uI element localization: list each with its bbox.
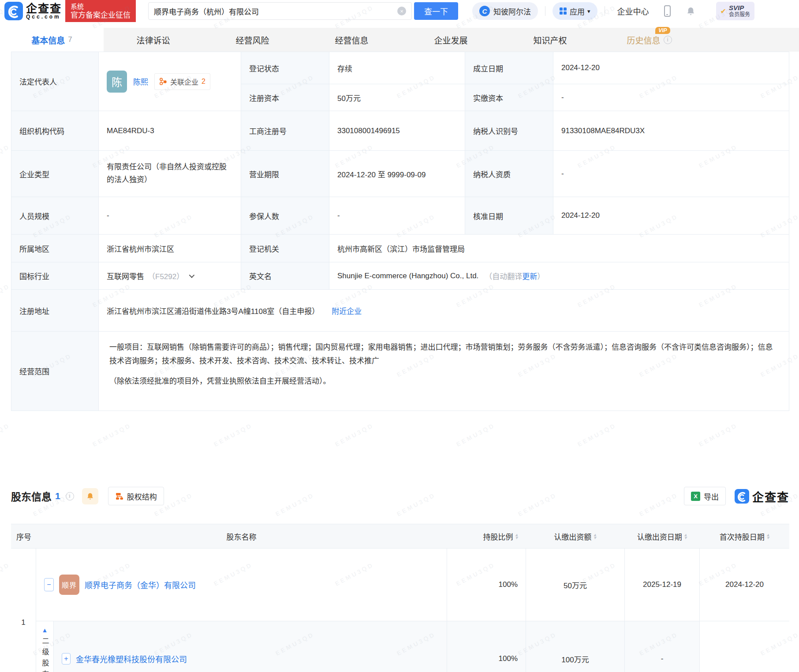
- english-name-value: Shunjie E-commerce (Hangzhou) Co., Ltd.: [337, 272, 478, 280]
- shareholder-level-label: 二级股东: [40, 637, 50, 672]
- info-icon[interactable]: i: [66, 492, 74, 500]
- field-value: 2024-12-20: [553, 197, 789, 234]
- svip-label: SVIP: [729, 4, 750, 11]
- tab-label: 基本信息: [31, 34, 65, 46]
- first-hold-date-cell: 2024-12-20: [699, 549, 789, 621]
- header-label: 持股比例: [483, 531, 513, 542]
- triangle-up-icon[interactable]: ▲: [42, 627, 48, 634]
- field-value: -: [329, 197, 465, 234]
- apps-grid-icon: [560, 7, 567, 15]
- table-header-row: 序号 股东名称 持股比例 ▴▾ 认缴出资额 ▴▾ 认缴出资日期 ▴▾ 首次持股日…: [11, 524, 789, 549]
- field-value: -: [553, 84, 789, 111]
- field-label: 经营范围: [11, 331, 98, 411]
- basic-info-table: 法定代表人 陈 陈熙 关联企业 2 登记状态 存续 成立日期 2024-12-2…: [11, 52, 789, 411]
- shareholders-table: 序号 股东名称 持股比例 ▴▾ 认缴出资额 ▴▾ 认缴出资日期 ▴▾ 首次持股日…: [11, 524, 789, 672]
- field-label: 所属地区: [11, 234, 98, 262]
- field-label: 注册资本: [241, 84, 329, 111]
- badge-line2: 官方备案企业征信: [71, 11, 131, 20]
- related-companies-button[interactable]: 关联企业 2: [154, 73, 210, 90]
- shareholders-title: 股东信息: [11, 489, 52, 504]
- first-hold-date-cell: [699, 621, 789, 672]
- tab-bar: 基本信息 7 法律诉讼 经营风险 经营信息 企业发展 知识产权 历史信息 VIP…: [0, 28, 799, 52]
- field-value: 91330108MAE84RDU3X: [553, 111, 789, 150]
- industry-value: 互联网零售: [107, 270, 144, 281]
- field-label: 纳税人资质: [465, 150, 553, 197]
- field-label: 登记机关: [241, 234, 329, 262]
- expand-button[interactable]: +: [62, 653, 71, 665]
- svip-member-entry[interactable]: ✔ SVIP 会员服务: [716, 2, 754, 20]
- shareholders-section-header: 股东信息 1 i 股权结构 X 导出 企查查: [11, 487, 789, 505]
- tab-operation-risk[interactable]: 经营风险: [203, 28, 302, 52]
- field-value: 杭州市高新区（滨江）市场监督管理局: [329, 234, 789, 262]
- field-value: -: [553, 150, 789, 197]
- divider: [545, 6, 545, 16]
- tab-operation-info[interactable]: 经营信息: [302, 28, 401, 52]
- field-label: 工商注册号: [241, 111, 329, 150]
- apps-menu[interactable]: 应用 ▾: [553, 2, 597, 20]
- field-value: 有限责任公司（非自然人投资或控股的法人独资）: [98, 150, 241, 197]
- notification-bell-icon[interactable]: [686, 6, 696, 16]
- tab-intellectual-property[interactable]: 知识产权: [500, 28, 600, 52]
- logo-domain: Qcc.com: [26, 14, 62, 20]
- tab-label: 经营风险: [235, 34, 269, 46]
- update-translation-link[interactable]: 更新: [522, 270, 537, 281]
- legal-rep-link[interactable]: 陈熙: [133, 76, 148, 87]
- industry-cell: 互联网零售 （F5292）: [98, 262, 241, 289]
- org-chart-icon: [115, 492, 123, 500]
- search-input[interactable]: [154, 7, 397, 15]
- field-value: 2024-12-20: [553, 52, 789, 84]
- svip-sublabel: 会员服务: [729, 11, 750, 18]
- field-value: -: [98, 197, 241, 234]
- zhibi-alpha-icon: C: [479, 6, 490, 16]
- sub-shareholder-row: ▲ 二级股东 + 金华春光橡塑科技股份有限公司 100% 100万元 -: [36, 621, 789, 672]
- field-label: 组织机构代码: [11, 111, 98, 150]
- chevron-down-icon: ▾: [587, 8, 590, 15]
- subscribe-date-cell: 2025-12-19: [624, 549, 699, 621]
- export-label: 导出: [704, 491, 719, 502]
- tab-label-wrap: 历史信息 VIP: [627, 34, 660, 46]
- zhibi-alpha-entry[interactable]: C 知彼阿尔法: [472, 2, 538, 20]
- chevron-down-icon[interactable]: [189, 273, 195, 278]
- tab-basic-info[interactable]: 基本信息 7: [0, 28, 104, 52]
- export-button[interactable]: X 导出: [684, 487, 726, 505]
- logo-cn: 企查查: [26, 3, 62, 14]
- qcc-company-page: 企查查 Qcc.com 系统 官方备案企业征信 × 查一下 C 知彼阿尔法 应用…: [0, 0, 799, 672]
- sort-icon: ▴▾: [767, 533, 769, 539]
- column-header-subscribe-date[interactable]: 认缴出资日期 ▴▾: [624, 524, 699, 548]
- collapse-button[interactable]: −: [44, 578, 54, 591]
- mobile-app-icon[interactable]: [664, 5, 671, 17]
- field-label: 登记状态: [241, 52, 329, 84]
- field-label: 成立日期: [465, 52, 553, 84]
- monitor-bell-button[interactable]: [82, 488, 98, 504]
- clear-search-icon[interactable]: ×: [397, 7, 406, 15]
- field-label: 企业类型: [11, 150, 98, 197]
- top-bar: 企查查 Qcc.com 系统 官方备案企业征信 × 查一下 C 知彼阿尔法 应用…: [0, 0, 799, 22]
- tab-enterprise-development[interactable]: 企业发展: [401, 28, 500, 52]
- column-header-ratio[interactable]: 持股比例 ▴▾: [447, 524, 526, 548]
- nearby-companies-link[interactable]: 附近企业: [332, 305, 362, 316]
- info-icon[interactable]: i: [664, 36, 672, 44]
- industry-code: （F5292）: [148, 270, 184, 281]
- column-header-first-hold-date[interactable]: 首次持股日期 ▴▾: [699, 524, 789, 548]
- enterprise-center-link[interactable]: 企业中心: [617, 5, 649, 17]
- english-name-cell: Shunjie E-commerce (Hangzhou) Co., Ltd. …: [329, 262, 789, 289]
- amount-cell: 100万元: [526, 621, 624, 672]
- field-label: 国标行业: [11, 262, 98, 289]
- sort-icon: ▴▾: [684, 533, 687, 539]
- field-label: 法定代表人: [11, 52, 98, 111]
- ratio-cell: 100%: [447, 549, 526, 621]
- tab-history-info[interactable]: 历史信息 VIP i: [600, 28, 699, 52]
- field-label: 注册地址: [11, 289, 98, 331]
- sort-icon: ▴▾: [594, 533, 596, 539]
- search-box: ×: [148, 2, 412, 20]
- qcc-logo[interactable]: 企查查 Qcc.com: [4, 2, 62, 20]
- related-companies-icon: [159, 78, 167, 86]
- equity-structure-button[interactable]: 股权结构: [108, 487, 164, 505]
- column-header-amount[interactable]: 认缴出资额 ▴▾: [526, 524, 624, 548]
- search-button[interactable]: 查一下: [414, 2, 458, 20]
- shareholder-company-link[interactable]: 顺界电子商务（金华）有限公司: [85, 579, 196, 590]
- excel-icon: X: [691, 492, 700, 501]
- table-row-group: 1 − 顺界 顺界电子商务（金华）有限公司 100% 50万元 2025-12-…: [11, 549, 789, 672]
- shareholder-company-link[interactable]: 金华春光橡塑科技股份有限公司: [76, 653, 187, 665]
- tab-legal-litigation[interactable]: 法律诉讼: [104, 28, 203, 52]
